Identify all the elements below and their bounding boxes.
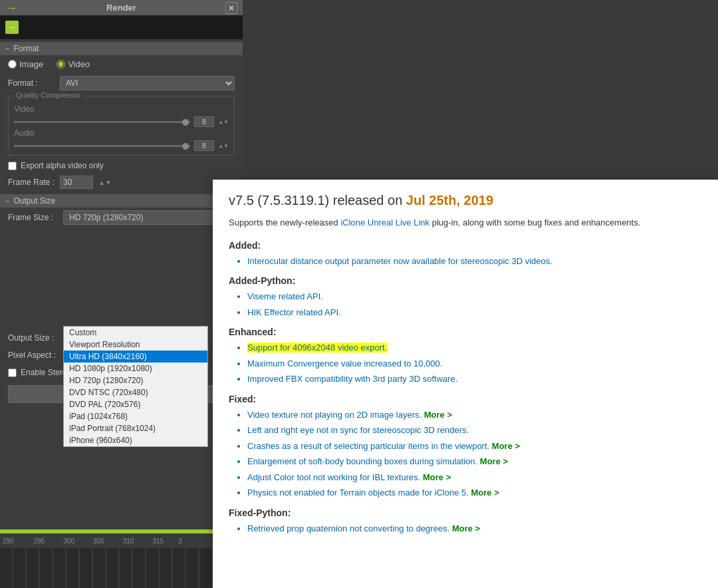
audio-slider[interactable] [14,145,190,147]
item-text: Adjust Color tool not working for IBL te… [247,472,420,482]
item-text: Improved FBX compatibility with 3rd part… [247,374,457,384]
section-added-python-list: Viseme related API. HIK Effector related… [229,290,702,319]
section-enhanced-title: Enhanced: [229,327,702,337]
list-item: Physics not enabled for Terrain objects … [247,486,702,500]
section-fixed-python-title: Fixed-Python: [229,508,702,518]
item-text: Maximum Convergence value increased to 1… [247,359,442,368]
output-size-collapse-btn[interactable]: − [5,197,9,205]
intro-post: plug-in, along with some bug fixes and e… [429,218,640,227]
more-link[interactable]: More > [480,456,508,466]
more-link[interactable]: More > [452,523,480,533]
left-panel: → Render × → − Format Image Video Format… [0,0,243,588]
export-icon: → [5,21,19,34]
dropdown-item-hd1080[interactable]: HD 1080p (1920x1080) [64,363,207,374]
list-item: Enlargement of soft-body bounding boxes … [247,455,702,468]
ruler-tick-315: 315 [152,537,164,545]
item-text: Viseme related API. [247,291,323,301]
image-radio[interactable] [8,60,17,69]
dropdown-item-ipad[interactable]: iPad (1024x768) [64,410,207,422]
release-intro: Supports the newly-released iClone Unrea… [229,216,702,229]
list-item: Video texture not playing on 2D image la… [247,408,702,422]
frame-rate-input[interactable] [60,176,93,189]
section-enhanced-list: Support for 4096x2048 video export. Maxi… [229,341,702,386]
frame-size-select[interactable]: HD 720p (1280x720) [63,210,235,225]
dropdown-item-viewport[interactable]: Viewport Resolution [64,339,207,351]
ruler: 290 295 300 305 310 315 3 [0,533,243,548]
panel-close-button[interactable]: × [225,2,237,14]
media-type-group: Image Video [0,55,243,73]
format-section-header: − Format [0,42,243,55]
video-slider[interactable] [14,121,190,123]
ruler-tick-end: 3 [178,537,182,545]
list-item: Viseme related API. [247,290,702,303]
section-fixed-list: Video texture not playing on 2D image la… [229,408,702,500]
output-size-section-header: − Output Size [0,194,243,208]
export-alpha-checkbox[interactable] [8,162,17,170]
list-item: Interocular distance output parameter no… [247,255,702,268]
audio-spin[interactable]: 8 [194,140,214,151]
video-spin-arrows[interactable]: ▲▼ [218,119,229,125]
release-version: v7.5 (7.5.3119.1) released on [229,193,406,208]
dropdown-item-ultrahd[interactable]: Ultra HD (3840x2160) [64,351,207,363]
format-row: Format : AVI MP4 MOV [0,73,243,93]
quality-compressor-group: Quality Compressor Video 8 ▲▼ Audio 8 ▲▼ [8,96,235,156]
dropdown-item-iphone[interactable]: iPhone (960x640) [64,434,207,446]
export-alpha-row: Export alpha video only [0,158,243,173]
panel-title-bar: → Render × [0,0,243,15]
list-item: Left and right eye not in sync for stere… [247,424,702,437]
panel-title: Render [106,3,136,13]
video-radio[interactable] [57,60,65,69]
dropdown-item-hd720[interactable]: HD 720p (1280x720) [64,374,207,386]
enable-stereo-checkbox[interactable] [8,368,17,377]
ruler-tick-290: 290 [3,537,14,545]
list-item: Improved FBX compatibility with 3rd part… [247,372,702,386]
output-size-label: Output Size : [8,333,58,343]
format-section-label: Format [13,44,39,53]
intro-link[interactable]: iClone Unreal Live Link [340,218,429,227]
image-radio-label[interactable]: Image [8,59,43,69]
panel-arrow-icon: → [5,1,17,15]
dropdown-item-dvdpal[interactable]: DVD PAL (720x576) [64,398,207,410]
pixel-aspect-label: Pixel Aspect : [8,351,58,360]
more-link[interactable]: More > [471,488,499,498]
more-link[interactable]: More > [423,472,451,482]
frame-rate-arrows[interactable]: ▲▼ [98,179,112,186]
frame-rate-row: Frame Rate : ▲▼ [0,173,243,192]
item-text: Video texture not playing on 2D image la… [247,410,421,420]
quality-compressor-title: Quality Compressor [14,91,82,99]
section-fixed-python-list: Retrieved prop quaternion not converting… [229,522,702,535]
ruler-tick-300: 300 [63,537,74,545]
audio-spin-arrows[interactable]: ▲▼ [218,143,229,149]
item-text: Enlargement of soft-body bounding boxes … [247,456,477,466]
intro-pre: Supports the newly-released [229,218,340,227]
format-collapse-btn[interactable]: − [5,45,9,53]
scroll-area [0,548,243,588]
video-slider-row: 8 ▲▼ [14,116,229,127]
item-text: Retrieved prop quaternion not converting… [247,523,449,533]
item-text: Interocular distance output parameter no… [247,256,552,266]
list-item: HIK Effector related API. [247,306,702,319]
frame-size-dropdown[interactable]: Custom Viewport Resolution Ultra HD (384… [63,326,208,447]
section-added-python-title: Added-Python: [229,275,702,286]
video-label: Video [14,104,229,114]
item-text-highlight: Support for 4096x2048 video export. [247,343,387,353]
frame-size-label: Frame Size : [8,213,58,222]
dropdown-item-ipad-portrait[interactable]: iPad Portrait (768x1024) [64,422,207,434]
section-added-title: Added: [229,240,702,251]
dropdown-item-custom[interactable]: Custom [64,327,207,339]
video-spin[interactable]: 8 [194,116,214,127]
video-radio-label[interactable]: Video [57,59,90,69]
list-item: Retrieved prop quaternion not converting… [247,522,702,535]
list-item: Support for 4096x2048 video export. [247,341,702,355]
video-radio-text: Video [68,59,90,69]
more-link[interactable]: More > [492,441,520,451]
list-item: Adjust Color tool not working for IBL te… [247,471,702,484]
format-label: Format : [8,78,55,88]
more-link[interactable]: More > [424,410,452,420]
release-date: Jul 25th, 2019 [406,193,493,208]
format-select[interactable]: AVI MP4 MOV [60,76,235,90]
item-text: Physics not enabled for Terrain objects … [247,488,469,498]
dropdown-item-dvdntsc[interactable]: DVD NTSC (720x480) [64,386,207,398]
section-added-list: Interocular distance output parameter no… [229,255,702,268]
ruler-tick-295: 295 [34,537,45,545]
